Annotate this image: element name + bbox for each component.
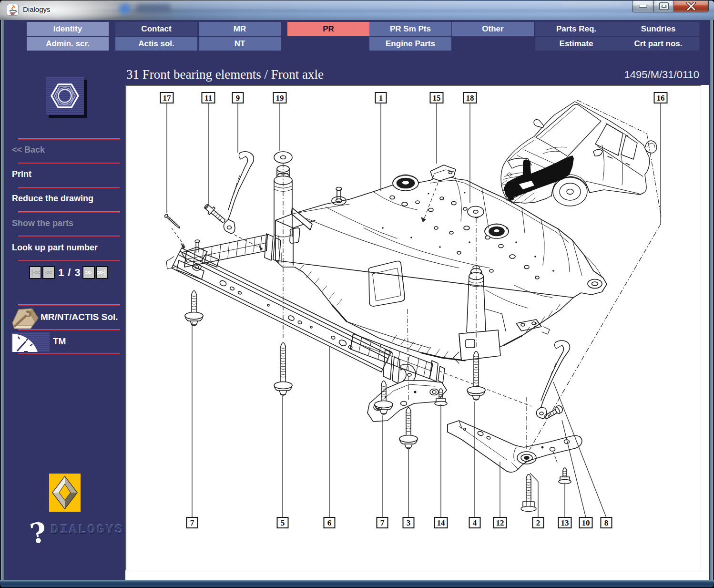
tool-label: TM bbox=[53, 336, 66, 347]
part-callouts: 171191911518167567314412213108 bbox=[161, 93, 667, 528]
svg-text:15: 15 bbox=[433, 93, 441, 103]
tab-actis-sol-[interactable]: Actis sol. bbox=[115, 37, 197, 51]
window-border-left bbox=[0, 20, 5, 580]
sidebar-separator bbox=[18, 138, 120, 140]
tab-contact[interactable]: Contact bbox=[115, 22, 197, 36]
last-page-button[interactable]: >>| bbox=[96, 266, 108, 279]
background-window-icon-blur bbox=[119, 4, 131, 14]
tab-estimate[interactable]: Estimate bbox=[535, 37, 617, 51]
question-mark-logo: ? bbox=[28, 516, 48, 550]
sidebar-item-look-up-part-number[interactable]: Look up part number bbox=[12, 243, 98, 253]
callout-1[interactable]: 1 bbox=[376, 93, 387, 191]
stud-part bbox=[164, 214, 181, 229]
previous-page-button[interactable]: << bbox=[42, 266, 55, 279]
hex-bolt bbox=[203, 203, 227, 226]
tab-sundries[interactable]: Sundries bbox=[617, 22, 699, 36]
callout-7[interactable]: 7 bbox=[187, 322, 198, 528]
bolt bbox=[185, 291, 203, 326]
svg-text:16: 16 bbox=[657, 93, 665, 103]
small-top-bracket bbox=[430, 165, 456, 181]
callout-16[interactable]: 16 bbox=[530, 93, 667, 450]
tab-mr[interactable]: MR bbox=[199, 22, 281, 36]
rear-damper-cylinder bbox=[453, 266, 506, 363]
callout-2[interactable]: 2 bbox=[530, 473, 544, 528]
maximize-button[interactable] bbox=[653, 0, 674, 12]
svg-text:17: 17 bbox=[163, 93, 172, 103]
rear-strap-bracket bbox=[536, 340, 570, 419]
tab-pr-sm-pts[interactable]: PR Sm Pts bbox=[369, 22, 451, 36]
close-button[interactable] bbox=[674, 0, 709, 12]
callout-13[interactable]: 13 bbox=[559, 483, 571, 528]
dialogys-wordmark: DIALOGYS bbox=[51, 523, 124, 537]
tab-engine-parts[interactable]: Engine Parts bbox=[369, 37, 451, 51]
front-crossmember-bar bbox=[166, 240, 416, 383]
bolt bbox=[274, 343, 292, 396]
tab-nt[interactable]: NT bbox=[199, 37, 281, 51]
minimize-button[interactable] bbox=[632, 0, 653, 12]
drawing-panel[interactable]: 171191911518167567314412213108 bbox=[125, 85, 701, 570]
window-title: Dialogys bbox=[23, 5, 51, 13]
diagram-line-art bbox=[164, 100, 661, 472]
svg-text:1: 1 bbox=[379, 93, 383, 103]
subframe-cradle bbox=[275, 175, 607, 361]
renault-logo bbox=[49, 474, 81, 512]
callout-8[interactable]: 8 bbox=[553, 382, 612, 528]
callout-6[interactable]: 6 bbox=[324, 346, 335, 528]
java-app-icon bbox=[7, 4, 19, 16]
sidebar-item-reduce-the-drawing[interactable]: Reduce the drawing bbox=[12, 194, 93, 204]
document-number: 1495/M/31/0110 bbox=[556, 69, 699, 81]
tab-parts-req-[interactable]: Parts Req. bbox=[535, 22, 617, 36]
pagination: |<< << 1 / 3 >> >>| bbox=[29, 266, 109, 279]
drawing-panel-container: 171191911518167567314412213108 bbox=[125, 85, 709, 580]
callout-18[interactable]: 18 bbox=[464, 93, 477, 203]
tab-other[interactable]: Other bbox=[452, 22, 534, 36]
sidebar-separator bbox=[18, 260, 120, 261]
callout-19[interactable]: 19 bbox=[274, 93, 286, 151]
sidebar: << BackPrintReduce the drawingShow the p… bbox=[5, 20, 125, 580]
svg-text:5: 5 bbox=[281, 518, 285, 527]
sidebar-separator bbox=[18, 163, 120, 164]
callout-4[interactable]: 4 bbox=[469, 402, 480, 528]
next-page-button[interactable]: >> bbox=[82, 266, 95, 279]
first-page-button[interactable]: |<< bbox=[29, 266, 41, 279]
rear-link-beam bbox=[350, 334, 445, 383]
svg-text:7: 7 bbox=[190, 518, 194, 527]
svg-text:14: 14 bbox=[437, 518, 446, 527]
sidebar-item-print[interactable]: Print bbox=[12, 169, 31, 179]
tab-pr[interactable]: PR bbox=[287, 22, 369, 36]
callout-14[interactable]: 14 bbox=[435, 404, 448, 528]
callout-15[interactable]: 15 bbox=[430, 93, 443, 164]
sidebar-separator bbox=[18, 236, 120, 237]
wrench-plate-icon bbox=[11, 308, 39, 330]
mr-nt-actis-tool[interactable]: MR/NT/ACTIS Sol. bbox=[5, 306, 125, 330]
callout-17[interactable]: 17 bbox=[161, 93, 173, 213]
caption-buttons bbox=[632, 0, 709, 13]
svg-text:12: 12 bbox=[496, 518, 504, 527]
dialogys-brand: ? DIALOGYS bbox=[29, 516, 124, 545]
svg-text:11: 11 bbox=[204, 93, 212, 103]
title-bar[interactable]: Dialogys bbox=[0, 0, 714, 20]
exploded-diagram: 171191911518167567314412213108 bbox=[125, 85, 701, 570]
rear-lower-crossmember bbox=[448, 421, 582, 472]
callout-11[interactable]: 11 bbox=[202, 93, 215, 205]
background-window-text-blur bbox=[136, 4, 171, 12]
callout-9[interactable]: 9 bbox=[233, 93, 244, 153]
washer bbox=[468, 206, 484, 217]
sidebar-item-show-the-parts: Show the parts bbox=[12, 218, 73, 228]
bolt bbox=[521, 475, 536, 512]
svg-text:2: 2 bbox=[536, 518, 541, 527]
svg-text:19: 19 bbox=[276, 93, 284, 103]
svg-text:6: 6 bbox=[327, 518, 332, 527]
sidebar-item-back: << Back bbox=[12, 145, 45, 155]
maximize-icon bbox=[659, 2, 669, 10]
tab-crt-part-nos-[interactable]: Crt part nos. bbox=[617, 37, 699, 51]
tm-tool[interactable]: TM bbox=[5, 330, 125, 354]
callout-7[interactable]: 7 bbox=[377, 415, 388, 528]
callout-5[interactable]: 5 bbox=[277, 396, 288, 528]
car-location-thumbnail bbox=[497, 100, 661, 217]
callout-12[interactable]: 12 bbox=[494, 462, 507, 528]
nut-icon-tile[interactable] bbox=[46, 77, 84, 115]
svg-text:7: 7 bbox=[380, 518, 385, 527]
callout-3[interactable]: 3 bbox=[403, 449, 414, 528]
sidebar-separator bbox=[18, 304, 120, 306]
